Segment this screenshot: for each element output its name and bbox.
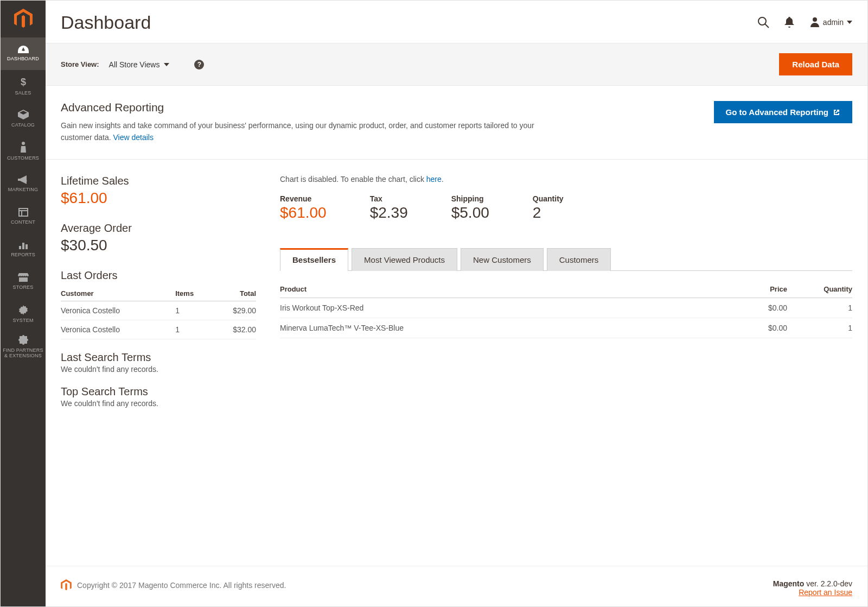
last-search-block: Last Search Terms We couldn't find any r… [61, 351, 256, 374]
go-to-advanced-reporting-button[interactable]: Go to Advanced Reporting [714, 101, 852, 123]
sidebar-item-content[interactable]: CONTENT [1, 200, 46, 233]
col-items: Items [175, 286, 211, 301]
enable-chart-link[interactable]: here [426, 175, 442, 184]
sidebar: DASHBOARD $ SALES CATALOG CUSTOMERS MARK… [1, 1, 46, 606]
sidebar-item-stores[interactable]: STORES [1, 265, 46, 298]
notifications-button[interactable] [778, 11, 800, 33]
gauge-icon [18, 46, 29, 54]
magento-logo-icon [14, 9, 33, 29]
svg-point-1 [758, 17, 766, 25]
table-row[interactable]: Minerva LumaTech™ V-Tee-XS-Blue $0.00 1 [280, 318, 852, 338]
gear-icon [18, 305, 28, 316]
caret-down-icon [164, 63, 169, 66]
user-icon [810, 17, 820, 27]
data-tabs: Bestsellers Most Viewed Products New Cus… [280, 248, 852, 271]
store-icon [18, 273, 29, 283]
lifetime-sales-label: Lifetime Sales [61, 175, 256, 187]
sidebar-item-label: DASHBOARD [7, 56, 39, 62]
last-search-title: Last Search Terms [61, 351, 256, 364]
last-search-empty: We couldn't find any records. [61, 365, 256, 374]
top-search-block: Top Search Terms We couldn't find any re… [61, 385, 256, 408]
advanced-reporting-desc: Gain new insights and take command of yo… [61, 119, 538, 144]
scope-select[interactable]: All Store Views [109, 60, 170, 69]
svg-line-2 [765, 24, 769, 28]
scope-label: Store View: [61, 60, 99, 68]
table-row[interactable]: Veronica Costello 1 $29.00 [61, 301, 256, 320]
top-search-empty: We couldn't find any records. [61, 399, 256, 408]
col-customer: Customer [61, 286, 175, 301]
table-row[interactable]: Veronica Costello 1 $32.00 [61, 320, 256, 339]
box-icon [18, 110, 29, 121]
report-issue-link[interactable]: Report an Issue [799, 588, 852, 597]
tab-customers[interactable]: Customers [547, 248, 611, 271]
col-total: Total [211, 286, 256, 301]
megaphone-icon [18, 175, 29, 185]
lifetime-sales-value: $61.00 [61, 189, 256, 207]
logo[interactable] [1, 1, 46, 37]
sidebar-item-label: STORES [12, 285, 33, 290]
sidebar-item-label: MARKETING [8, 187, 38, 193]
footer: Copyright © 2017 Magento Commerce Inc. A… [46, 566, 867, 606]
col-price: Price [722, 281, 787, 298]
puzzle-icon [18, 335, 28, 346]
copyright-text: Copyright © 2017 Magento Commerce Inc. A… [77, 581, 286, 590]
reload-data-button[interactable]: Reload Data [779, 53, 852, 75]
admin-menu[interactable]: admin [810, 17, 852, 27]
help-icon[interactable]: ? [194, 60, 204, 69]
tab-new-customers[interactable]: New Customers [461, 248, 544, 271]
metric-quantity: Quantity 2 [533, 194, 564, 222]
view-details-link[interactable]: View details [113, 133, 154, 142]
advanced-reporting-title: Advanced Reporting [61, 101, 698, 114]
sidebar-item-label: FIND PARTNERS & EXTENSIONS [2, 348, 44, 359]
version-text: Magento ver. 2.2.0-dev [773, 579, 852, 588]
col-product: Product [280, 281, 722, 298]
caret-down-icon [847, 21, 852, 24]
sidebar-item-catalog[interactable]: CATALOG [1, 103, 46, 135]
sidebar-item-partners[interactable]: FIND PARTNERS & EXTENSIONS [1, 331, 46, 363]
sidebar-item-marketing[interactable]: MARKETING [1, 168, 46, 200]
advanced-reporting-section: Advanced Reporting Gain new insights and… [46, 86, 867, 160]
sidebar-item-label: CUSTOMERS [7, 156, 39, 161]
tab-most-viewed[interactable]: Most Viewed Products [352, 248, 457, 271]
metric-tax: Tax $2.39 [370, 194, 408, 222]
tab-bestsellers[interactable]: Bestsellers [280, 248, 348, 271]
sidebar-item-reports[interactable]: REPORTS [1, 233, 46, 265]
top-search-title: Top Search Terms [61, 385, 256, 398]
last-orders-block: Last Orders Customer Items Total Veronic… [61, 269, 256, 339]
last-orders-title: Last Orders [61, 269, 256, 282]
bestsellers-table: Product Price Quantity Iris Workout Top-… [280, 281, 852, 338]
metric-revenue: Revenue $61.00 [280, 194, 327, 222]
bars-icon [18, 241, 28, 250]
lifetime-sales-block: Lifetime Sales $61.00 [61, 175, 256, 207]
toolbar: Store View: All Store Views ? Reload Dat… [46, 43, 867, 86]
magento-logo-icon [61, 579, 72, 591]
sidebar-item-label: SALES [15, 91, 31, 96]
svg-text:$: $ [20, 77, 25, 87]
bell-icon [784, 17, 794, 28]
col-quantity: Quantity [787, 281, 852, 298]
person-icon [20, 142, 27, 154]
metrics-row: Revenue $61.00 Tax $2.39 Shipping $5.00 … [280, 194, 852, 222]
search-button[interactable] [752, 11, 774, 33]
sidebar-item-label: SYSTEM [12, 318, 33, 324]
average-order-value: $30.50 [61, 237, 256, 254]
sidebar-item-label: CATALOG [11, 123, 35, 128]
metric-shipping: Shipping $5.00 [451, 194, 489, 222]
sidebar-item-system[interactable]: SYSTEM [1, 298, 46, 331]
page-header: Dashboard admin [46, 1, 867, 43]
last-orders-table: Customer Items Total Veronica Costello 1… [61, 286, 256, 339]
layout-icon [18, 208, 28, 218]
sidebar-item-customers[interactable]: CUSTOMERS [1, 135, 46, 168]
sidebar-item-sales[interactable]: $ SALES [1, 70, 46, 103]
dollar-icon: $ [20, 77, 27, 88]
search-icon [757, 16, 769, 28]
page-title: Dashboard [61, 12, 748, 33]
average-order-block: Average Order $30.50 [61, 222, 256, 254]
sidebar-item-label: REPORTS [11, 252, 35, 258]
sidebar-item-dashboard[interactable]: DASHBOARD [1, 37, 46, 70]
scope-value: All Store Views [109, 60, 160, 69]
table-row[interactable]: Iris Workout Top-XS-Red $0.00 1 [280, 298, 852, 318]
admin-label: admin [823, 18, 844, 27]
average-order-label: Average Order [61, 222, 256, 235]
sidebar-item-label: CONTENT [11, 220, 35, 225]
